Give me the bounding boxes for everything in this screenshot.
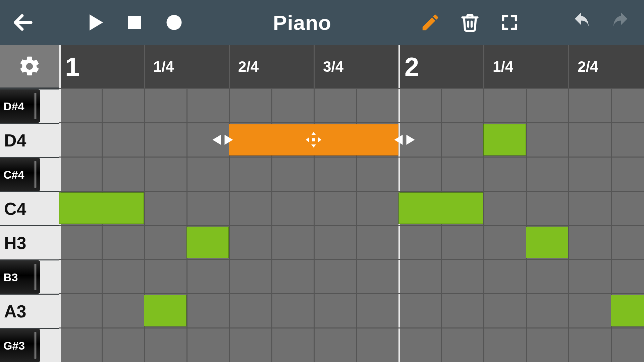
svg-marker-6 xyxy=(306,137,309,142)
move-icon xyxy=(304,130,323,149)
note[interactable] xyxy=(483,124,526,156)
svg-point-3 xyxy=(167,15,182,30)
piano-key[interactable]: C#4 xyxy=(0,157,59,191)
piano-key-label: A3 xyxy=(4,301,26,321)
svg-rect-2 xyxy=(128,16,141,29)
svg-marker-4 xyxy=(311,132,316,135)
arrow-right-small-icon xyxy=(224,135,233,145)
arrow-left-small-icon xyxy=(212,135,221,145)
note[interactable] xyxy=(186,227,229,258)
piano-key[interactable]: H3 xyxy=(0,225,59,259)
undo-button[interactable] xyxy=(568,9,595,36)
arrow-left-small-icon xyxy=(394,135,403,145)
ruler-tick: 1 xyxy=(65,45,79,88)
ruler-tick: 1/4 xyxy=(153,45,174,88)
fullscreen-button[interactable] xyxy=(496,9,523,36)
note[interactable] xyxy=(398,192,483,224)
piano-key-label: C4 xyxy=(4,199,26,219)
svg-marker-12 xyxy=(407,135,415,145)
gear-icon xyxy=(18,55,41,78)
svg-rect-8 xyxy=(312,138,315,141)
ruler-tick-label: 1/4 xyxy=(153,58,174,75)
stop-button[interactable] xyxy=(121,9,148,36)
ruler-tick-label: 2/4 xyxy=(578,58,598,75)
svg-marker-5 xyxy=(311,144,316,147)
ruler-tick: 3/4 xyxy=(323,45,343,88)
piano-key[interactable]: C4 xyxy=(0,191,59,225)
redo-button[interactable] xyxy=(607,9,635,36)
ruler-tick-label: 3/4 xyxy=(323,58,343,75)
arrow-right-small-icon xyxy=(406,135,415,145)
note-grid[interactable] xyxy=(59,88,644,362)
ruler-tick: 2/4 xyxy=(238,45,259,88)
editor-content: D#4D4C#4C4H3B3A3G#3 11/42/43/421/42/4 xyxy=(0,45,644,362)
piano-key-label: B3 xyxy=(3,270,18,284)
time-ruler[interactable]: 11/42/43/421/42/4 xyxy=(59,45,644,88)
note[interactable] xyxy=(611,295,644,326)
svg-marker-7 xyxy=(318,137,321,142)
ruler-tick-label: 2 xyxy=(405,52,419,82)
play-button[interactable] xyxy=(81,9,109,36)
ruler-tick: 1/4 xyxy=(493,45,513,88)
edit-button[interactable] xyxy=(417,9,444,36)
toolbar: Piano xyxy=(0,0,644,45)
piano-key-label: D4 xyxy=(4,130,26,150)
note[interactable] xyxy=(526,227,569,258)
piano-key[interactable]: D#4 xyxy=(0,88,59,123)
svg-marker-11 xyxy=(394,135,403,145)
undo-icon xyxy=(570,11,592,34)
piano-key-label: G#3 xyxy=(3,339,25,352)
svg-marker-10 xyxy=(225,135,233,145)
settings-button[interactable] xyxy=(0,45,59,88)
piano-key-label: H3 xyxy=(4,233,26,253)
ruler-tick-label: 1/4 xyxy=(493,58,513,75)
ruler-tick: 2 xyxy=(405,45,419,88)
piano-key[interactable]: A3 xyxy=(0,294,59,328)
resize-handle-left[interactable] xyxy=(212,135,233,145)
instrument-title: Piano xyxy=(273,11,331,35)
arrow-left-icon xyxy=(11,11,35,34)
resize-handle-right[interactable] xyxy=(394,135,415,145)
svg-marker-1 xyxy=(90,14,103,31)
note[interactable] xyxy=(144,295,186,326)
ruler-tick-label: 2/4 xyxy=(238,58,259,75)
note[interactable] xyxy=(59,192,144,224)
ruler-tick: 2/4 xyxy=(578,45,598,88)
record-icon xyxy=(164,12,184,33)
piano-key[interactable]: B3 xyxy=(0,259,59,294)
redo-icon xyxy=(610,11,632,34)
grid-column: 11/42/43/421/42/4 xyxy=(59,45,644,362)
svg-marker-9 xyxy=(213,135,221,145)
note-selected[interactable] xyxy=(229,124,398,156)
piano-key-label: C#4 xyxy=(3,168,24,181)
piano-key-column: D#4D4C#4C4H3B3A3G#3 xyxy=(0,45,59,362)
play-icon xyxy=(84,12,106,33)
piano-key[interactable]: G#3 xyxy=(0,328,59,362)
ruler-tick-label: 1 xyxy=(65,52,79,82)
trash-icon xyxy=(460,12,480,33)
back-button[interactable] xyxy=(9,9,37,36)
delete-button[interactable] xyxy=(456,9,484,36)
record-button[interactable] xyxy=(160,9,188,36)
fullscreen-icon xyxy=(500,13,519,32)
stop-icon xyxy=(125,13,144,32)
piano-key-label: D#4 xyxy=(3,100,24,113)
piano-key[interactable]: D4 xyxy=(0,123,59,157)
pencil-icon xyxy=(420,12,441,33)
